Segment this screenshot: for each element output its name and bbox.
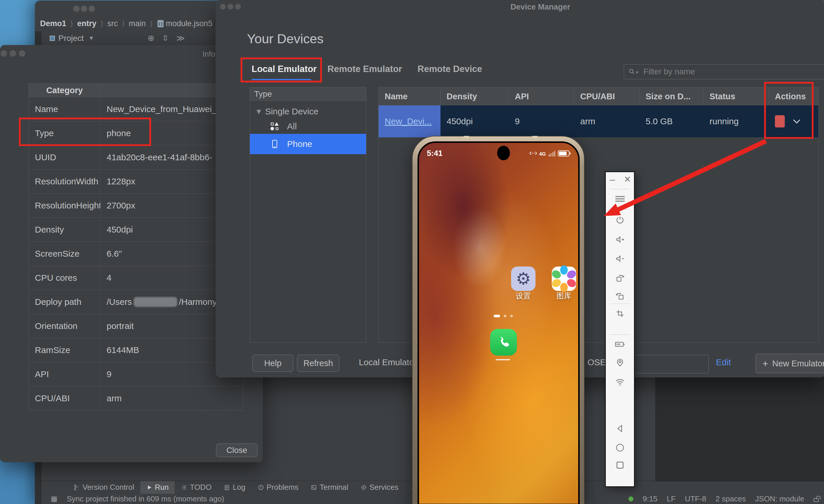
device-name-link[interactable]: New_Devi... [385,116,432,126]
hide-panel-icon[interactable]: ≫ [176,33,185,43]
tab-problems[interactable]: Problems [251,481,305,494]
filter-input[interactable] [643,67,795,76]
window-button[interactable] [19,50,25,56]
tab-run[interactable]: Run [140,481,175,494]
line-ending[interactable]: LF [667,494,676,503]
battery-icon[interactable] [606,340,634,349]
dialer-app-icon[interactable] [490,329,517,356]
col-api[interactable]: API [509,87,574,105]
all-devices-icon [270,122,279,130]
window-button[interactable] [227,4,233,10]
encoding[interactable]: UTF-8 [685,494,706,503]
breadcrumb-item[interactable]: Demo1 [40,19,66,28]
gear-icon: ⚙ [516,270,531,287]
window-button[interactable] [220,4,226,10]
collapse-all-icon[interactable]: ⇳ [162,33,169,43]
window-button[interactable] [10,50,16,56]
tab-remote-emulator[interactable]: Remote Emulator [327,64,402,74]
phone-icon [270,140,279,148]
tab-remote-device[interactable]: Remote Device [418,64,482,74]
window-button[interactable] [89,6,95,12]
recents-icon[interactable] [606,460,634,470]
search-icon [628,68,636,76]
close-button[interactable]: Close [216,443,258,457]
window-button[interactable] [73,6,80,12]
volume-up-icon[interactable] [606,235,634,244]
window-button[interactable] [1,50,7,56]
rotate-right-icon[interactable] [606,273,634,283]
locate-icon[interactable]: ⊕ [147,33,154,43]
table-row: UUID41ab20c8-eee1-41af-8bb6- [29,145,243,169]
breadcrumb-item[interactable]: main [129,19,146,28]
tab-log[interactable]: Log [218,481,251,494]
col-status[interactable]: Status [703,87,769,105]
tab-version-control[interactable]: Version Control [68,481,140,494]
device-status-cell: running [703,105,769,137]
tab-terminal[interactable]: Terminal [305,481,354,494]
device-row[interactable]: New_Devi... 450dpi 9 arm 5.0 GB running [379,105,818,137]
breadcrumb-item[interactable]: src [107,19,118,28]
type-item-phone[interactable]: Phone [250,134,366,154]
play-icon [146,485,152,490]
menu-icon[interactable] [606,195,634,203]
settings-app-icon[interactable]: ⚙ [511,266,535,291]
volume-down-icon[interactable] [606,254,634,264]
power-icon[interactable] [606,215,634,225]
help-button[interactable]: Help [252,355,294,372]
back-icon[interactable] [606,423,634,433]
info-window-title: Info [203,50,215,58]
col-size[interactable]: Size on D... [639,87,703,105]
hd-voice-icon: ‹··› [529,149,537,156]
chevron-right-icon: ⟩ [66,19,77,28]
services-icon [360,484,367,491]
device-cpu-cell: arm [574,105,639,137]
chevron-right-icon: ⟩ [146,19,157,28]
crop-icon[interactable] [606,308,634,319]
indent-setting[interactable]: 2 spaces [716,494,746,503]
table-row: Orientationportrait [29,314,243,338]
dock-label-line [496,359,510,360]
tab-todo[interactable]: TODO [175,481,218,494]
device-name-cell: New_Devi... [379,105,440,137]
breadcrumb-item[interactable]: entry [77,19,96,28]
location-icon[interactable] [606,357,634,367]
chevron-down-icon[interactable]: ▼ [88,35,94,41]
caret-position[interactable]: 9:15 [643,494,657,503]
new-emulator-button[interactable]: + New Emulator [755,354,824,373]
rotate-left-icon[interactable] [606,291,634,301]
app-label: 设置 [503,291,544,301]
col-density[interactable]: Density [440,87,509,105]
signal-bars-icon [548,151,555,156]
col-name[interactable]: Name [379,87,440,105]
battery-icon [558,150,570,156]
tab-services[interactable]: Services [354,481,405,494]
col-cpu-abi[interactable]: CPU/ABI [574,87,639,105]
home-icon[interactable] [606,443,634,453]
phone-screen[interactable]: 5:41 ‹··› 4G ⚙ 设置 图库 [418,141,580,504]
single-device-group[interactable]: ▼ Single Device [250,104,366,119]
window-button[interactable] [235,4,241,10]
footer-label: Local Emulator [359,357,417,367]
handset-icon [497,335,511,349]
tool-window-toggle-icon[interactable]: ▦ [51,495,58,503]
file-type[interactable]: JSON: module [755,494,804,503]
category-header: Category [29,84,101,97]
type-item-all[interactable]: All [250,119,366,134]
antenna-line [532,136,537,138]
wifi-icon[interactable] [606,378,634,387]
flower-icon [555,269,573,288]
path-input[interactable] [634,355,709,373]
breadcrumb-item[interactable]: module.json5 [166,19,213,28]
project-panel-title[interactable]: Project [59,34,84,43]
expander-icon[interactable]: ▼ [256,108,261,115]
edit-link[interactable]: Edit [716,357,731,367]
json-file-icon: { } [158,20,164,27]
close-icon[interactable]: ✕ [613,176,641,183]
sdk-path-fragment: OSE [588,357,606,367]
window-button[interactable] [81,6,87,12]
table-row: CPU cores4 [29,266,243,290]
filter-field[interactable]: ▾ [624,64,824,79]
refresh-button[interactable]: Refresh [297,355,339,372]
gallery-app-icon[interactable] [552,266,576,291]
unlock-icon[interactable] [814,498,819,502]
